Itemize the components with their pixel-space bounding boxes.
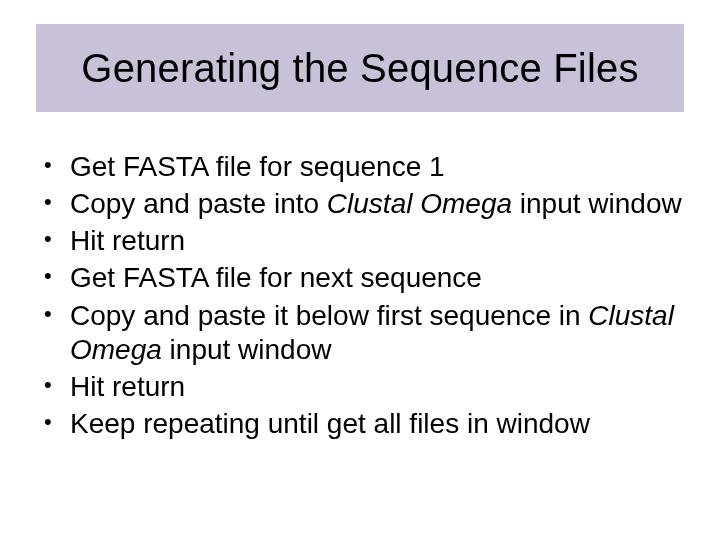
bullet-text: Get FASTA file for next sequence — [70, 262, 482, 293]
bullet-text: Hit return — [70, 225, 185, 256]
bullet-text: Copy and paste into — [70, 188, 327, 219]
bullet-text: Keep repeating until get all files in wi… — [70, 408, 590, 439]
list-item: Copy and paste into Clustal Omega input … — [36, 187, 696, 221]
bullet-em: Clustal Omega — [327, 188, 512, 219]
bullet-list: Get FASTA file for sequence 1 Copy and p… — [36, 150, 696, 441]
list-item: Hit return — [36, 370, 696, 404]
bullet-text: input window — [162, 334, 332, 365]
slide-title: Generating the Sequence Files — [81, 46, 638, 91]
title-box: Generating the Sequence Files — [36, 24, 684, 112]
list-item: Get FASTA file for sequence 1 — [36, 150, 696, 184]
bullet-text: Copy and paste it below first sequence i… — [70, 300, 588, 331]
bullet-text: Get FASTA file for sequence 1 — [70, 151, 445, 182]
slide: Generating the Sequence Files Get FASTA … — [0, 0, 720, 540]
list-item: Copy and paste it below first sequence i… — [36, 299, 696, 367]
list-item: Get FASTA file for next sequence — [36, 261, 696, 295]
list-item: Keep repeating until get all files in wi… — [36, 407, 696, 441]
list-item: Hit return — [36, 224, 696, 258]
bullet-text: Hit return — [70, 371, 185, 402]
slide-body: Get FASTA file for sequence 1 Copy and p… — [36, 150, 696, 444]
bullet-text: input window — [512, 188, 682, 219]
